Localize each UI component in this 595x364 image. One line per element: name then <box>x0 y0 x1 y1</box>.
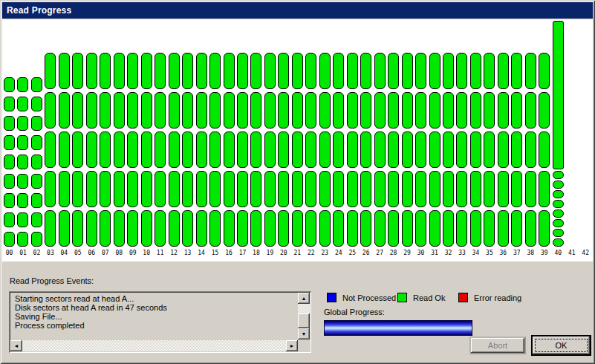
sector-read-ok <box>169 92 180 129</box>
sector-read-ok <box>45 131 56 168</box>
sector-read-ok <box>553 190 564 198</box>
sector-read-ok <box>498 131 509 168</box>
sector-column: 39 <box>539 21 550 256</box>
sector-read-ok <box>100 92 111 129</box>
sector-read-ok <box>31 193 42 208</box>
column-label: 05 <box>72 250 83 256</box>
column-label: 40 <box>553 250 564 256</box>
sector-read-ok <box>333 171 344 207</box>
sector-read-ok <box>127 131 138 168</box>
sector-read-ok <box>4 116 15 131</box>
column-label: 41 <box>566 250 577 256</box>
sector-read-ok <box>141 53 152 89</box>
sector-read-ok <box>72 131 83 168</box>
ok-button[interactable]: OK <box>531 335 591 356</box>
sector-read-ok <box>224 53 235 89</box>
sector-column: 21 <box>292 21 303 256</box>
scroll-right-icon[interactable]: ► <box>286 340 298 351</box>
event-line[interactable]: Disk sectors at head A read in 47 second… <box>15 303 296 312</box>
sector-read-ok <box>114 53 125 89</box>
sector-read-ok <box>470 92 481 129</box>
sector-column: 11 <box>155 21 166 256</box>
sector-read-ok <box>17 232 28 247</box>
scroll-down-icon[interactable]: ▼ <box>298 328 310 339</box>
legend-item-error: Error reading <box>458 293 521 302</box>
sector-read-ok <box>59 53 70 89</box>
sector-read-ok <box>196 131 207 168</box>
sector-read-ok <box>59 171 70 207</box>
vertical-scroll-thumb[interactable] <box>298 313 310 328</box>
sector-read-ok <box>525 92 536 129</box>
column-label: 07 <box>100 250 111 256</box>
column-label: 42 <box>580 250 591 256</box>
sector-read-ok <box>498 210 509 247</box>
sector-column: 26 <box>360 21 371 256</box>
sector-read-ok <box>4 77 15 92</box>
column-label: 01 <box>17 250 28 256</box>
column-label: 20 <box>278 250 289 256</box>
column-label: 18 <box>250 250 261 256</box>
sector-read-ok <box>182 131 193 168</box>
column-label: 19 <box>264 250 276 256</box>
sector-read-ok <box>209 92 221 129</box>
legend-item-read-ok: Read Ok <box>397 293 445 302</box>
sector-read-ok <box>360 210 371 247</box>
sector-read-ok <box>443 92 454 129</box>
sector-column: 05 <box>72 21 83 256</box>
scroll-left-icon[interactable]: ◄ <box>10 340 22 351</box>
sector-read-ok <box>553 21 564 169</box>
vertical-scrollbar[interactable]: ▲ ▼ <box>298 293 310 339</box>
sector-read-ok <box>4 193 15 208</box>
column-label: 16 <box>224 250 235 256</box>
horizontal-scrollbar[interactable]: ◄ ► <box>10 340 298 351</box>
horizontal-scroll-track[interactable] <box>22 340 286 351</box>
sector-read-ok <box>278 92 289 129</box>
sector-column: 04 <box>59 21 70 256</box>
sector-read-ok <box>127 171 138 207</box>
sector-read-ok <box>155 171 166 207</box>
title-bar[interactable]: Read Progress <box>2 2 593 19</box>
sector-column: 01 <box>17 21 28 256</box>
sector-read-ok <box>264 92 276 129</box>
column-label: 37 <box>511 250 522 256</box>
sector-read-ok <box>182 53 193 89</box>
sector-read-ok <box>539 92 550 129</box>
events-list: Starting sectors read at head A...Disk s… <box>10 293 296 339</box>
event-line[interactable]: Saving File... <box>15 312 296 321</box>
sector-read-ok <box>45 92 56 129</box>
sector-read-ok <box>224 171 235 207</box>
sector-read-ok <box>347 210 358 247</box>
event-line[interactable]: Process completed <box>15 321 296 330</box>
event-line[interactable]: Starting sectors read at head A... <box>15 294 296 303</box>
sector-read-ok <box>470 131 481 168</box>
sector-read-ok <box>388 131 399 168</box>
sector-read-ok <box>114 171 125 207</box>
sector-read-ok <box>429 210 440 247</box>
sector-read-ok <box>250 131 261 168</box>
sector-read-ok <box>196 210 207 247</box>
sector-read-ok <box>45 171 56 207</box>
sector-read-ok <box>539 131 550 168</box>
sector-read-ok <box>388 92 399 129</box>
legend-item-not-processed: Not Processed <box>327 293 396 302</box>
sector-read-ok <box>498 92 509 129</box>
sector-column: 38 <box>525 21 536 256</box>
scroll-up-icon[interactable]: ▲ <box>298 293 310 304</box>
sector-column: 37 <box>511 21 522 256</box>
sector-read-ok <box>374 171 386 207</box>
bottom-panel: Read Progress Events: Starting sectors r… <box>2 261 593 362</box>
sector-read-ok <box>415 53 426 89</box>
sector-read-ok <box>4 97 15 111</box>
sector-read-ok <box>360 53 371 89</box>
sector-read-ok <box>155 53 166 89</box>
sector-read-ok <box>484 171 495 207</box>
abort-button[interactable]: Abort <box>469 337 526 354</box>
sector-read-ok <box>141 92 152 129</box>
sector-read-ok <box>127 53 138 89</box>
sector-read-ok <box>347 92 358 129</box>
sector-read-ok <box>374 92 386 129</box>
sector-column: 18 <box>250 21 261 256</box>
sector-read-ok <box>224 210 235 247</box>
events-listbox[interactable]: Starting sectors read at head A...Disk s… <box>9 291 311 353</box>
column-label: 22 <box>305 250 316 256</box>
